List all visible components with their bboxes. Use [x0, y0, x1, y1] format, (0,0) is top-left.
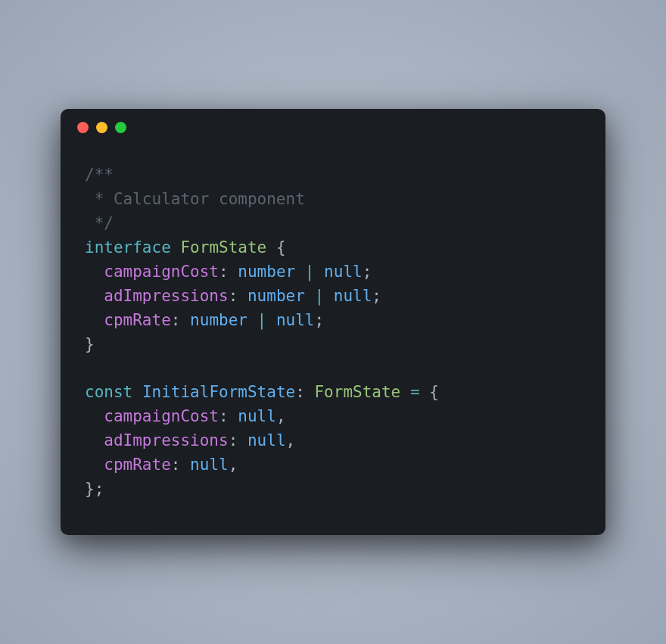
type-builtin: null — [334, 287, 372, 305]
type-builtin: null — [324, 263, 363, 281]
comment-line: /** — [85, 166, 114, 184]
type-builtin: null — [276, 311, 315, 329]
var-name: InitialFormState — [142, 383, 295, 401]
type-name: FormState — [314, 383, 400, 401]
type-builtin: number — [247, 287, 305, 305]
value-null: null — [190, 456, 229, 474]
indent — [85, 287, 104, 305]
colon: : — [295, 383, 314, 401]
brace: { — [429, 383, 439, 401]
brace: } — [85, 335, 95, 353]
property: cpmRate — [104, 456, 171, 474]
equals: = — [400, 383, 429, 401]
brace: { — [266, 238, 285, 257]
indent — [85, 311, 104, 329]
colon: : — [219, 263, 238, 281]
pipe: | — [305, 287, 334, 305]
semicolon: ; — [372, 287, 381, 305]
indent — [85, 263, 104, 281]
value-null: null — [247, 431, 286, 450]
close-icon[interactable] — [77, 122, 89, 133]
brace: } — [85, 480, 95, 498]
property: adImpressions — [104, 431, 228, 450]
property: cpmRate — [104, 311, 171, 329]
indent — [85, 456, 104, 474]
type-name: FormState — [180, 238, 266, 257]
code-editor[interactable]: /** * Calculator component */ interface … — [61, 145, 605, 535]
value-null: null — [238, 407, 276, 425]
comma: , — [276, 407, 286, 425]
colon: : — [219, 407, 238, 425]
indent — [85, 431, 104, 450]
titlebar — [61, 109, 605, 145]
comment-line: */ — [85, 214, 114, 232]
minimize-icon[interactable] — [96, 122, 107, 133]
property: adImpressions — [104, 287, 228, 305]
pipe: | — [247, 311, 276, 329]
semicolon: ; — [314, 311, 324, 329]
pipe: | — [295, 263, 324, 281]
comma: , — [286, 431, 296, 450]
semicolon: ; — [363, 263, 372, 281]
maximize-icon[interactable] — [115, 122, 126, 133]
colon: : — [229, 431, 247, 450]
code-window: /** * Calculator component */ interface … — [61, 109, 605, 535]
semicolon: ; — [95, 480, 104, 498]
type-builtin: number — [190, 311, 247, 329]
keyword-interface: interface — [85, 238, 171, 257]
comma: , — [229, 456, 238, 474]
type-builtin: number — [238, 263, 295, 281]
colon: : — [229, 287, 247, 305]
keyword-const: const — [85, 383, 132, 401]
indent — [85, 407, 104, 425]
colon: : — [171, 311, 190, 329]
property: campaignCost — [104, 407, 219, 425]
comment-line: * Calculator component — [85, 190, 305, 208]
property: campaignCost — [104, 263, 219, 281]
colon: : — [171, 456, 190, 474]
